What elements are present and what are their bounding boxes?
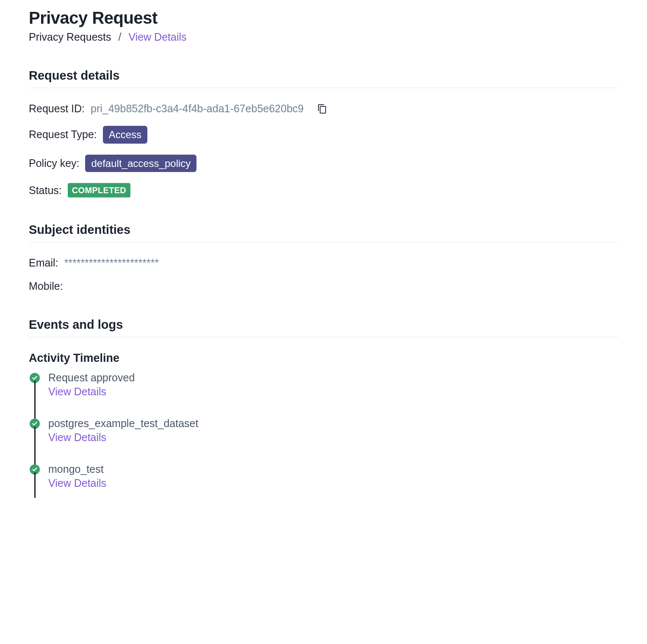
view-details-link[interactable]: View Details — [48, 477, 618, 489]
activity-timeline: Request approved View Details postgres_e… — [29, 372, 618, 498]
view-details-link[interactable]: View Details — [48, 386, 618, 398]
email-value: *********************** — [64, 257, 159, 269]
policy-key-label: Policy key: — [29, 157, 79, 169]
breadcrumb: Privacy Requests / View Details — [29, 31, 618, 43]
timeline-item-title: postgres_example_test_dataset — [48, 417, 618, 430]
copy-icon[interactable] — [317, 104, 327, 114]
mobile-label: Mobile: — [29, 280, 63, 292]
divider — [29, 88, 618, 88]
activity-timeline-heading: Activity Timeline — [29, 352, 618, 365]
section-title-request-details: Request details — [29, 69, 618, 83]
section-title-events-logs: Events and logs — [29, 318, 618, 332]
divider — [29, 242, 618, 242]
page-title: Privacy Request — [29, 8, 618, 28]
timeline-connector — [34, 427, 36, 466]
breadcrumb-separator: / — [118, 31, 121, 43]
timeline-item-title: Request approved — [48, 372, 618, 384]
breadcrumb-parent[interactable]: Privacy Requests — [29, 31, 111, 43]
request-type-label: Request Type: — [29, 128, 97, 141]
breadcrumb-current[interactable]: View Details — [128, 31, 186, 43]
timeline-connector — [34, 381, 36, 421]
section-title-subject-identities: Subject identities — [29, 223, 618, 237]
timeline-connector — [34, 472, 36, 498]
field-request-type: Request Type: Access — [29, 126, 618, 144]
field-policy-key: Policy key: default_access_policy — [29, 155, 618, 172]
field-status: Status: COMPLETED — [29, 183, 618, 197]
field-email: Email: *********************** — [29, 257, 618, 269]
field-mobile: Mobile: — [29, 280, 618, 292]
view-details-link[interactable]: View Details — [48, 431, 618, 444]
request-type-badge: Access — [103, 126, 147, 144]
divider — [29, 337, 618, 337]
timeline-item: postgres_example_test_dataset View Detai… — [30, 417, 618, 463]
timeline-item-title: mongo_test — [48, 463, 618, 475]
status-label: Status: — [29, 184, 62, 197]
request-id-value: pri_49b852fb-c3a4-4f4b-ada1-67eb5e620bc9 — [91, 103, 304, 115]
email-label: Email: — [29, 257, 58, 269]
timeline-item: mongo_test View Details — [30, 463, 618, 498]
timeline-item: Request approved View Details — [30, 372, 618, 417]
request-id-label: Request ID: — [29, 103, 85, 115]
field-request-id: Request ID: pri_49b852fb-c3a4-4f4b-ada1-… — [29, 103, 618, 115]
status-badge: COMPLETED — [68, 183, 130, 197]
policy-key-badge: default_access_policy — [85, 155, 196, 172]
